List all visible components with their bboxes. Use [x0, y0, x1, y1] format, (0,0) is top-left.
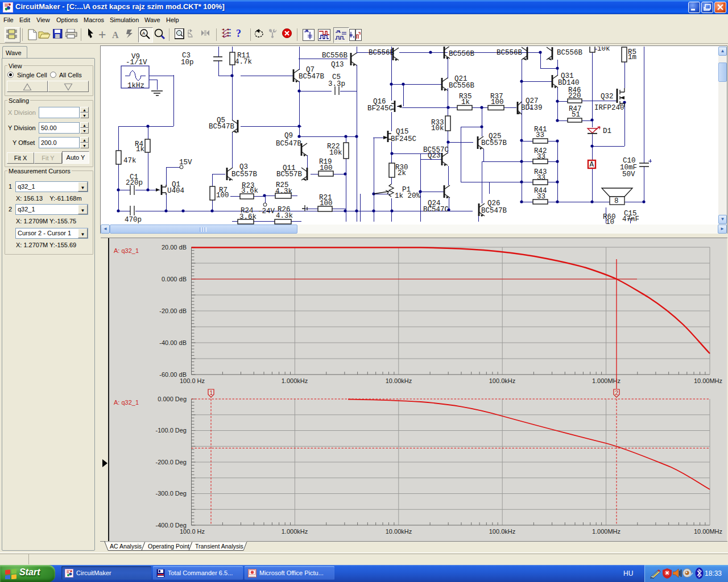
- svg-text:100: 100: [216, 192, 229, 199]
- svg-text:10.00kHz: 10.00kHz: [386, 528, 412, 535]
- svg-text:1.000kHz: 1.000kHz: [282, 377, 308, 384]
- svg-text:BC547B: BC547B: [299, 73, 325, 81]
- svg-text:Q15: Q15: [396, 128, 409, 136]
- svg-text:1: 1: [210, 390, 213, 396]
- svg-text:BC557B: BC557B: [481, 139, 507, 147]
- svg-text:BC556B: BC556B: [449, 82, 475, 90]
- svg-text:1k 20%: 1k 20%: [395, 192, 421, 200]
- svg-text:-20.00 dB: -20.00 dB: [159, 307, 187, 314]
- svg-text:IRFP240: IRFP240: [594, 104, 624, 112]
- svg-text:A: A: [142, 31, 146, 36]
- svg-text:-100.0 Deg: -100.0 Deg: [156, 427, 187, 434]
- svg-text:1k: 1k: [136, 146, 144, 153]
- svg-text:33: 33: [537, 153, 545, 161]
- svg-text:33: 33: [537, 193, 545, 201]
- svg-text:A: q32_1: A: q32_1: [114, 247, 139, 254]
- svg-text:BF245C: BF245C: [391, 135, 416, 143]
- svg-text:1m: 1m: [628, 53, 636, 61]
- svg-text:BC556B: BC556B: [557, 49, 583, 57]
- svg-text:Q26: Q26: [487, 199, 500, 207]
- svg-text:3.6k: 3.6k: [241, 187, 258, 195]
- svg-text:2k: 2k: [398, 169, 406, 177]
- svg-text:50V: 50V: [622, 171, 635, 178]
- svg-text:1.000kHz: 1.000kHz: [282, 528, 308, 535]
- svg-text:100.0kHz: 100.0kHz: [489, 528, 515, 535]
- svg-text:3.6k: 3.6k: [239, 213, 257, 221]
- svg-text:100: 100: [320, 199, 333, 207]
- svg-text:1.000MHz: 1.000MHz: [592, 528, 621, 535]
- svg-text:U404: U404: [167, 187, 184, 195]
- svg-text:D1: D1: [603, 127, 611, 135]
- svg-text:BC556B: BC556B: [497, 49, 523, 57]
- svg-text:BC556B: BC556B: [369, 49, 395, 57]
- svg-text:15V: 15V: [179, 159, 192, 167]
- svg-text:1kHz: 1kHz: [127, 82, 144, 90]
- svg-text:-24V: -24V: [258, 207, 275, 215]
- svg-text:0.000 Deg: 0.000 Deg: [158, 396, 187, 402]
- svg-text:BC547B: BC547B: [209, 123, 235, 131]
- svg-text:10.00MHz: 10.00MHz: [694, 377, 722, 384]
- svg-text:4.3k: 4.3k: [275, 188, 292, 196]
- svg-text:Q32: Q32: [601, 93, 614, 101]
- svg-text:BD139: BD139: [521, 104, 543, 112]
- svg-text:Transient Analysis: Transient Analysis: [195, 543, 243, 550]
- svg-text:2: 2: [615, 390, 619, 396]
- svg-text:Q9: Q9: [284, 132, 293, 140]
- svg-text:51: 51: [572, 111, 580, 119]
- svg-text:-1/1V: -1/1V: [126, 59, 147, 66]
- svg-text:10.00kHz: 10.00kHz: [386, 377, 412, 384]
- svg-text:-200.0 Deg: -200.0 Deg: [156, 459, 187, 465]
- svg-text:10.00MHz: 10.00MHz: [694, 528, 722, 535]
- svg-text:Operating Point: Operating Point: [148, 543, 189, 550]
- svg-text:10k: 10k: [431, 124, 444, 132]
- svg-text:100.0 Hz: 100.0 Hz: [180, 528, 205, 535]
- svg-text:4.3k: 4.3k: [276, 212, 293, 220]
- svg-text:Q3: Q3: [239, 163, 248, 171]
- svg-text:1k: 1k: [461, 98, 470, 106]
- svg-text:-300.0 Deg: -300.0 Deg: [156, 490, 187, 497]
- svg-text:10: 10: [606, 218, 614, 225]
- svg-text:-40.00 dB: -40.00 dB: [159, 339, 187, 346]
- svg-text:47nF: 47nF: [622, 215, 639, 223]
- svg-text:AC Analysis: AC Analysis: [110, 543, 142, 550]
- svg-text:A: q32_1: A: q32_1: [114, 399, 139, 406]
- svg-text:Q13: Q13: [331, 61, 344, 69]
- svg-text:10k: 10k: [329, 149, 342, 157]
- svg-text:10p: 10p: [181, 59, 194, 66]
- svg-text:Q23: Q23: [428, 152, 441, 160]
- svg-text:100: 100: [320, 164, 333, 172]
- svg-text:BF245C: BF245C: [367, 105, 393, 113]
- svg-text:220p: 220p: [126, 179, 143, 187]
- svg-text:0.000 dB: 0.000 dB: [162, 276, 187, 282]
- svg-text:33: 33: [536, 131, 544, 139]
- svg-text:BC557B: BC557B: [276, 171, 303, 178]
- svg-text:BD140: BD140: [558, 79, 580, 87]
- svg-text:A: A: [590, 161, 594, 169]
- svg-text:3.3p: 3.3p: [328, 80, 345, 88]
- svg-text:33: 33: [537, 174, 545, 182]
- svg-text:20.00 dB: 20.00 dB: [162, 244, 187, 251]
- svg-text:220: 220: [568, 92, 581, 100]
- svg-text:4.7k: 4.7k: [235, 58, 252, 66]
- svg-text:BC557B: BC557B: [231, 171, 258, 178]
- svg-text:8: 8: [614, 197, 619, 205]
- svg-text:BC547B: BC547B: [481, 207, 507, 215]
- svg-text:100.0kHz: 100.0kHz: [489, 377, 515, 384]
- svg-text:BC547C: BC547C: [423, 206, 449, 214]
- svg-text:470p: 470p: [125, 216, 142, 224]
- svg-text:100.0 Hz: 100.0 Hz: [180, 377, 205, 384]
- svg-text:10k: 10k: [597, 47, 610, 53]
- svg-text:100: 100: [491, 98, 504, 106]
- svg-text:47k: 47k: [123, 157, 136, 165]
- svg-text:BC556B: BC556B: [322, 52, 348, 60]
- svg-text:BC556B: BC556B: [449, 50, 475, 58]
- svg-text:BC547B: BC547B: [276, 140, 302, 148]
